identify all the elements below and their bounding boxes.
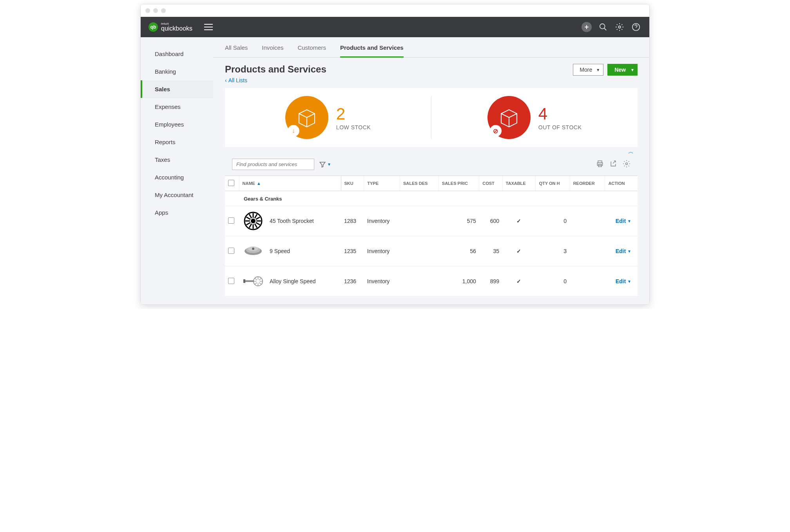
- cell-qty: 0: [536, 206, 570, 236]
- col-sku[interactable]: SKU: [341, 176, 364, 191]
- brand-name: quickbooks: [161, 25, 192, 32]
- svg-point-0: [600, 24, 605, 29]
- caret-down-icon: ▼: [327, 162, 331, 166]
- cell-sales-desc: [400, 206, 438, 236]
- low-stock-count: 2: [336, 105, 371, 123]
- more-button[interactable]: More ▼: [573, 64, 603, 76]
- chevron-left-icon: ‹: [225, 77, 227, 83]
- print-icon[interactable]: [596, 160, 604, 169]
- table-row: Alloy Single Speed1236Inventory1,000899✓…: [225, 266, 638, 297]
- caret-down-icon: ▼: [631, 68, 634, 72]
- new-button[interactable]: New ▼: [607, 64, 638, 76]
- cell-sales-price: 575: [438, 206, 479, 236]
- product-name: 45 Tooth Sprocket: [270, 218, 314, 224]
- col-reorder[interactable]: REORDER: [570, 176, 605, 191]
- window-close-dot[interactable]: [145, 8, 150, 13]
- svg-point-6: [626, 163, 628, 165]
- cell-cost: 35: [479, 236, 502, 266]
- row-checkbox[interactable]: [228, 217, 234, 224]
- top-bar: qb intuit quickbooks +: [141, 17, 649, 37]
- cell-qty: 0: [536, 266, 570, 297]
- gear-icon[interactable]: [614, 22, 625, 33]
- col-type[interactable]: TYPE: [364, 176, 400, 191]
- sidebar-item-employees[interactable]: Employees: [141, 116, 213, 133]
- qb-logo-icon: qb: [149, 22, 158, 32]
- svg-rect-35: [243, 279, 245, 283]
- tab-invoices[interactable]: Invoices: [262, 44, 283, 57]
- new-button-label: New: [614, 67, 626, 73]
- search-input[interactable]: [232, 159, 314, 170]
- export-icon[interactable]: [609, 160, 617, 169]
- cell-taxable: ✓: [502, 266, 536, 297]
- table-row: 45 Tooth Sprocket1283Inventory575600✓0Ed…: [225, 206, 638, 236]
- edit-button[interactable]: Edit ▼: [616, 218, 631, 224]
- back-link-label: All Lists: [228, 77, 247, 83]
- category-row: Gears & Cranks: [225, 191, 638, 206]
- sidebar-item-taxes[interactable]: Taxes: [141, 151, 213, 168]
- cell-reorder: [570, 266, 605, 297]
- low-stock-label: LOW STOCK: [336, 124, 371, 130]
- product-name: 9 Speed: [270, 248, 290, 254]
- cell-qty: 3: [536, 236, 570, 266]
- sort-asc-icon: ▲: [257, 181, 261, 186]
- window-min-dot[interactable]: [153, 8, 158, 13]
- search-icon[interactable]: [598, 22, 609, 33]
- svg-line-27: [259, 282, 261, 284]
- cell-type: Inventory: [364, 266, 400, 297]
- cell-taxable: ✓: [502, 206, 536, 236]
- svg-point-1: [618, 26, 621, 28]
- cell-sku: 1236: [341, 266, 364, 297]
- filter-button[interactable]: ▼: [319, 161, 331, 168]
- out-of-stock-count: 4: [538, 105, 582, 123]
- create-new-button[interactable]: +: [581, 22, 592, 33]
- sidebar-item-reports[interactable]: Reports: [141, 133, 213, 151]
- arrow-down-icon: ↓: [288, 125, 299, 137]
- col-name[interactable]: NAME▲: [239, 176, 341, 191]
- out-of-stock-stat[interactable]: ⊘ 4 OUT OF STOCK: [431, 96, 638, 139]
- caret-down-icon: ▼: [627, 279, 631, 284]
- svg-line-11: [255, 224, 257, 228]
- sidebar-item-accounting[interactable]: Accounting: [141, 168, 213, 186]
- row-checkbox[interactable]: [228, 278, 234, 284]
- menu-toggle-icon[interactable]: [204, 24, 213, 30]
- sidebar-item-banking[interactable]: Banking: [141, 63, 213, 80]
- svg-line-17: [249, 214, 252, 218]
- sidebar-item-dashboard[interactable]: Dashboard: [141, 45, 213, 63]
- edit-button[interactable]: Edit ▼: [616, 248, 631, 254]
- col-sales-price[interactable]: SALES PRIC: [438, 176, 479, 191]
- row-checkbox[interactable]: [228, 248, 234, 254]
- sidebar-item-apps[interactable]: Apps: [141, 204, 213, 221]
- tab-all-sales[interactable]: All Sales: [225, 44, 248, 57]
- cell-sales-price: 1,000: [438, 266, 479, 297]
- col-sales-desc[interactable]: SALES DES: [400, 176, 438, 191]
- cell-reorder: [570, 206, 605, 236]
- select-all-checkbox[interactable]: [228, 180, 234, 186]
- svg-line-16: [246, 217, 250, 219]
- product-name: Alloy Single Speed: [270, 278, 316, 284]
- edit-button[interactable]: Edit ▼: [616, 278, 631, 284]
- sidebar-item-my-accountant[interactable]: My Accountant: [141, 186, 213, 204]
- col-cost[interactable]: COST: [479, 176, 502, 191]
- svg-line-10: [256, 223, 260, 225]
- tab-customers[interactable]: Customers: [297, 44, 326, 57]
- col-taxable[interactable]: TAXABLE: [502, 176, 536, 191]
- back-to-all-lists[interactable]: ‹ All Lists: [225, 77, 326, 83]
- caret-down-icon: ▼: [627, 219, 631, 223]
- help-icon[interactable]: [631, 22, 641, 33]
- table-settings-icon[interactable]: [623, 160, 631, 169]
- stock-stats-card: ↓ 2 LOW STOCK ⊘ 4: [225, 88, 638, 147]
- cell-sku: 1235: [341, 236, 364, 266]
- product-thumbnail: [242, 210, 264, 232]
- sidebar-nav: Dashboard Banking Sales Expenses Employe…: [141, 37, 213, 304]
- sidebar-item-sales[interactable]: Sales: [141, 80, 213, 98]
- col-action[interactable]: ACTION: [605, 176, 638, 191]
- window-max-dot[interactable]: [161, 8, 166, 13]
- svg-line-14: [246, 223, 250, 225]
- low-stock-stat[interactable]: ↓ 2 LOW STOCK: [225, 96, 431, 139]
- tab-products-services[interactable]: Products and Services: [340, 44, 404, 58]
- sidebar-item-expenses[interactable]: Expenses: [141, 98, 213, 116]
- collapse-stats-icon[interactable]: ︿: [628, 148, 634, 156]
- caret-down-icon: ▼: [596, 68, 600, 72]
- table-row: 9 Speed1235Inventory5635✓3Edit ▼: [225, 236, 638, 266]
- col-qty[interactable]: QTY ON H: [536, 176, 570, 191]
